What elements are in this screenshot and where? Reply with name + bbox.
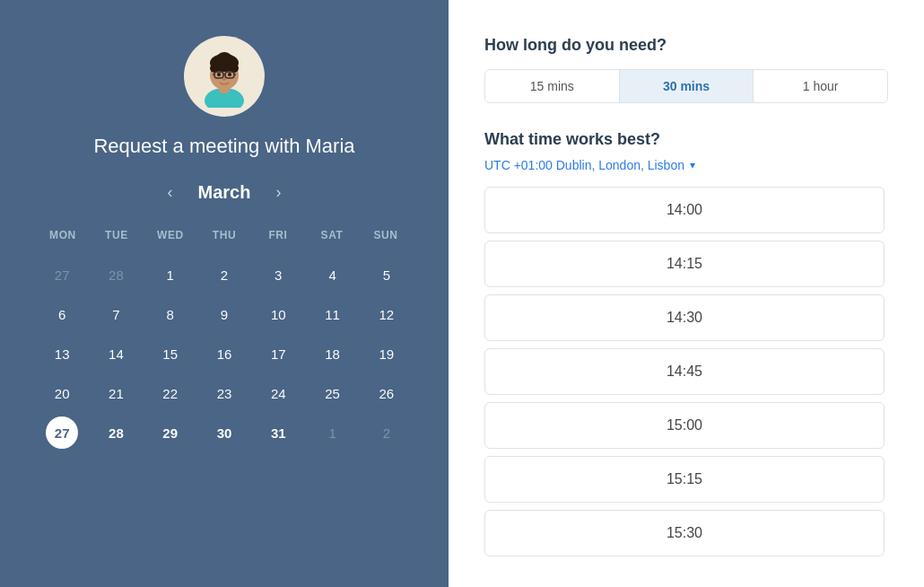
duration-button-1-hour[interactable]: 1 hour (754, 70, 887, 102)
svg-point-13 (228, 73, 231, 76)
calendar-day[interactable]: 17 (262, 337, 294, 370)
right-panel: How long do you need? 15 mins30 mins1 ho… (449, 0, 924, 587)
calendar-day[interactable]: 29 (154, 416, 187, 449)
svg-point-14 (222, 78, 226, 81)
day-header: WED (144, 223, 197, 247)
time-slot[interactable]: 14:45 (484, 348, 885, 395)
calendar-day[interactable]: 25 (317, 377, 349, 409)
day-header: THU (197, 223, 251, 247)
calendar-day[interactable]: 7 (100, 298, 132, 330)
calendar-day[interactable]: 20 (46, 377, 78, 409)
month-nav: ‹ March › (161, 180, 289, 206)
calendar-day[interactable]: 22 (154, 377, 187, 409)
calendar-day[interactable]: 24 (262, 377, 294, 409)
calendar-day[interactable]: 5 (370, 258, 403, 291)
calendar-day[interactable]: 4 (317, 258, 349, 291)
day-header: FRI (251, 223, 305, 247)
calendar-day[interactable]: 2 (208, 258, 240, 291)
calendar-day[interactable]: 18 (317, 337, 349, 370)
day-header: TUE (90, 223, 144, 247)
time-slot[interactable]: 14:00 (484, 187, 885, 233)
time-slot[interactable]: 15:30 (484, 510, 885, 556)
next-month-button[interactable]: › (268, 180, 288, 206)
month-label: March (198, 182, 251, 203)
calendar-day[interactable]: 23 (208, 377, 240, 409)
calendar-day: 28 (100, 258, 132, 291)
time-slot[interactable]: 14:15 (484, 241, 885, 287)
calendar-day[interactable]: 30 (208, 416, 240, 449)
calendar-day[interactable]: 27 (46, 416, 78, 449)
time-title: What time works best? (484, 130, 888, 149)
chevron-down-icon: ▾ (690, 159, 695, 171)
time-slots-container[interactable]: 14:0014:1514:3014:4515:0015:1515:30 (484, 187, 888, 569)
duration-title: How long do you need? (484, 36, 888, 55)
left-panel: Request a meeting with Maria ‹ March › M… (0, 0, 449, 587)
timezone-dropdown[interactable]: UTC +01:00 Dublin, London, Lisbon ▾ (484, 158, 888, 172)
calendar-day[interactable]: 6 (46, 298, 78, 330)
calendar-day: 27 (46, 258, 78, 291)
calendar-day[interactable]: 12 (370, 298, 403, 330)
calendar-day[interactable]: 19 (370, 337, 403, 370)
calendar-day[interactable]: 26 (370, 377, 403, 409)
calendar-day[interactable]: 31 (262, 416, 294, 449)
svg-point-12 (217, 73, 221, 76)
time-slot[interactable]: 14:30 (484, 294, 885, 341)
calendar-day[interactable]: 9 (208, 298, 240, 330)
duration-button-30-mins[interactable]: 30 mins (620, 70, 754, 102)
calendar-day[interactable]: 28 (100, 416, 132, 449)
calendar-day[interactable]: 21 (100, 377, 132, 409)
calendar-day[interactable]: 10 (262, 298, 294, 330)
calendar-day[interactable]: 15 (154, 337, 187, 370)
calendar-grid: 2728123456789101112131415161718192021222… (36, 256, 413, 451)
calendar-header: MONTUEWEDTHUFRISATSUN (36, 223, 413, 247)
timezone-label: UTC +01:00 Dublin, London, Lisbon (484, 158, 684, 172)
calendar-day[interactable]: 16 (208, 337, 240, 370)
time-slot[interactable]: 15:00 (484, 402, 885, 449)
duration-buttons: 15 mins30 mins1 hour (484, 69, 888, 103)
calendar-day: 1 (317, 416, 349, 449)
time-slot[interactable]: 15:15 (484, 456, 885, 503)
calendar-day[interactable]: 1 (154, 258, 187, 291)
calendar-day[interactable]: 3 (262, 258, 294, 291)
duration-button-15-mins[interactable]: 15 mins (485, 70, 620, 102)
avatar (184, 36, 265, 117)
day-header: SAT (305, 223, 359, 247)
calendar-day: 2 (370, 416, 403, 449)
meeting-title: Request a meeting with Maria (93, 135, 354, 158)
calendar-day[interactable]: 8 (154, 298, 187, 330)
calendar-day[interactable]: 14 (100, 337, 132, 370)
calendar: MONTUEWEDTHUFRISATSUN 272812345678910111… (36, 223, 413, 451)
prev-month-button[interactable]: ‹ (161, 180, 180, 206)
calendar-day[interactable]: 13 (46, 337, 78, 370)
day-header: MON (36, 223, 90, 247)
day-header: SUN (359, 223, 413, 247)
calendar-day[interactable]: 11 (317, 298, 349, 330)
